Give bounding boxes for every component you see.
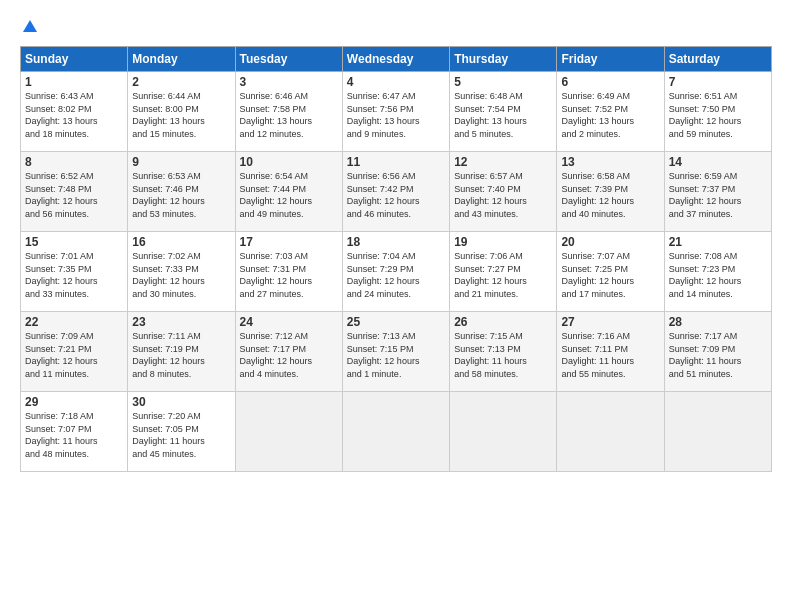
day-info: Sunrise: 6:54 AM Sunset: 7:44 PM Dayligh… [240,170,338,220]
day-info: Sunrise: 7:03 AM Sunset: 7:31 PM Dayligh… [240,250,338,300]
day-number: 28 [669,315,767,329]
calendar-cell: 17Sunrise: 7:03 AM Sunset: 7:31 PM Dayli… [235,232,342,312]
day-info: Sunrise: 6:46 AM Sunset: 7:58 PM Dayligh… [240,90,338,140]
calendar-cell: 7Sunrise: 6:51 AM Sunset: 7:50 PM Daylig… [664,72,771,152]
calendar-header-saturday: Saturday [664,47,771,72]
calendar-cell: 23Sunrise: 7:11 AM Sunset: 7:19 PM Dayli… [128,312,235,392]
calendar-header-sunday: Sunday [21,47,128,72]
calendar-header-monday: Monday [128,47,235,72]
day-info: Sunrise: 6:57 AM Sunset: 7:40 PM Dayligh… [454,170,552,220]
logo [20,18,40,36]
calendar-week-row: 1Sunrise: 6:43 AM Sunset: 8:02 PM Daylig… [21,72,772,152]
day-info: Sunrise: 6:51 AM Sunset: 7:50 PM Dayligh… [669,90,767,140]
day-number: 11 [347,155,445,169]
calendar-header-wednesday: Wednesday [342,47,449,72]
calendar-cell: 15Sunrise: 7:01 AM Sunset: 7:35 PM Dayli… [21,232,128,312]
calendar-cell: 30Sunrise: 7:20 AM Sunset: 7:05 PM Dayli… [128,392,235,472]
day-number: 12 [454,155,552,169]
day-number: 16 [132,235,230,249]
day-number: 18 [347,235,445,249]
calendar-header-tuesday: Tuesday [235,47,342,72]
day-info: Sunrise: 7:16 AM Sunset: 7:11 PM Dayligh… [561,330,659,380]
day-number: 17 [240,235,338,249]
calendar-header-row: SundayMondayTuesdayWednesdayThursdayFrid… [21,47,772,72]
day-number: 24 [240,315,338,329]
day-number: 22 [25,315,123,329]
calendar-cell: 6Sunrise: 6:49 AM Sunset: 7:52 PM Daylig… [557,72,664,152]
day-number: 9 [132,155,230,169]
day-number: 7 [669,75,767,89]
calendar-table: SundayMondayTuesdayWednesdayThursdayFrid… [20,46,772,472]
calendar-cell [450,392,557,472]
day-info: Sunrise: 6:59 AM Sunset: 7:37 PM Dayligh… [669,170,767,220]
day-info: Sunrise: 7:08 AM Sunset: 7:23 PM Dayligh… [669,250,767,300]
day-info: Sunrise: 7:01 AM Sunset: 7:35 PM Dayligh… [25,250,123,300]
calendar-week-row: 22Sunrise: 7:09 AM Sunset: 7:21 PM Dayli… [21,312,772,392]
calendar-cell: 9Sunrise: 6:53 AM Sunset: 7:46 PM Daylig… [128,152,235,232]
calendar-cell [342,392,449,472]
day-number: 10 [240,155,338,169]
day-number: 4 [347,75,445,89]
day-info: Sunrise: 6:52 AM Sunset: 7:48 PM Dayligh… [25,170,123,220]
calendar-cell: 8Sunrise: 6:52 AM Sunset: 7:48 PM Daylig… [21,152,128,232]
day-info: Sunrise: 7:02 AM Sunset: 7:33 PM Dayligh… [132,250,230,300]
day-number: 25 [347,315,445,329]
calendar-header-friday: Friday [557,47,664,72]
calendar-cell: 11Sunrise: 6:56 AM Sunset: 7:42 PM Dayli… [342,152,449,232]
day-info: Sunrise: 7:04 AM Sunset: 7:29 PM Dayligh… [347,250,445,300]
day-number: 29 [25,395,123,409]
day-info: Sunrise: 6:58 AM Sunset: 7:39 PM Dayligh… [561,170,659,220]
day-info: Sunrise: 7:13 AM Sunset: 7:15 PM Dayligh… [347,330,445,380]
calendar-cell: 24Sunrise: 7:12 AM Sunset: 7:17 PM Dayli… [235,312,342,392]
day-number: 8 [25,155,123,169]
calendar-cell: 22Sunrise: 7:09 AM Sunset: 7:21 PM Dayli… [21,312,128,392]
day-number: 19 [454,235,552,249]
calendar-cell: 18Sunrise: 7:04 AM Sunset: 7:29 PM Dayli… [342,232,449,312]
day-info: Sunrise: 6:49 AM Sunset: 7:52 PM Dayligh… [561,90,659,140]
calendar-cell: 5Sunrise: 6:48 AM Sunset: 7:54 PM Daylig… [450,72,557,152]
logo-icon [21,18,39,36]
header [20,18,772,36]
day-info: Sunrise: 7:20 AM Sunset: 7:05 PM Dayligh… [132,410,230,460]
calendar-cell: 19Sunrise: 7:06 AM Sunset: 7:27 PM Dayli… [450,232,557,312]
page: SundayMondayTuesdayWednesdayThursdayFrid… [0,0,792,612]
day-info: Sunrise: 7:06 AM Sunset: 7:27 PM Dayligh… [454,250,552,300]
day-number: 13 [561,155,659,169]
day-info: Sunrise: 7:09 AM Sunset: 7:21 PM Dayligh… [25,330,123,380]
day-info: Sunrise: 6:53 AM Sunset: 7:46 PM Dayligh… [132,170,230,220]
day-number: 5 [454,75,552,89]
day-number: 27 [561,315,659,329]
calendar-cell: 16Sunrise: 7:02 AM Sunset: 7:33 PM Dayli… [128,232,235,312]
calendar-header-thursday: Thursday [450,47,557,72]
calendar-cell: 26Sunrise: 7:15 AM Sunset: 7:13 PM Dayli… [450,312,557,392]
day-number: 20 [561,235,659,249]
calendar-cell [235,392,342,472]
calendar-cell: 3Sunrise: 6:46 AM Sunset: 7:58 PM Daylig… [235,72,342,152]
calendar-cell: 4Sunrise: 6:47 AM Sunset: 7:56 PM Daylig… [342,72,449,152]
calendar-cell: 13Sunrise: 6:58 AM Sunset: 7:39 PM Dayli… [557,152,664,232]
calendar-week-row: 29Sunrise: 7:18 AM Sunset: 7:07 PM Dayli… [21,392,772,472]
calendar-cell: 20Sunrise: 7:07 AM Sunset: 7:25 PM Dayli… [557,232,664,312]
day-number: 23 [132,315,230,329]
calendar-week-row: 8Sunrise: 6:52 AM Sunset: 7:48 PM Daylig… [21,152,772,232]
day-number: 30 [132,395,230,409]
calendar-cell: 27Sunrise: 7:16 AM Sunset: 7:11 PM Dayli… [557,312,664,392]
day-info: Sunrise: 7:11 AM Sunset: 7:19 PM Dayligh… [132,330,230,380]
day-info: Sunrise: 6:47 AM Sunset: 7:56 PM Dayligh… [347,90,445,140]
calendar-week-row: 15Sunrise: 7:01 AM Sunset: 7:35 PM Dayli… [21,232,772,312]
calendar-cell: 25Sunrise: 7:13 AM Sunset: 7:15 PM Dayli… [342,312,449,392]
day-info: Sunrise: 7:17 AM Sunset: 7:09 PM Dayligh… [669,330,767,380]
day-info: Sunrise: 7:12 AM Sunset: 7:17 PM Dayligh… [240,330,338,380]
day-number: 14 [669,155,767,169]
svg-marker-0 [23,20,37,32]
day-number: 2 [132,75,230,89]
day-number: 6 [561,75,659,89]
calendar-cell: 28Sunrise: 7:17 AM Sunset: 7:09 PM Dayli… [664,312,771,392]
day-number: 3 [240,75,338,89]
day-info: Sunrise: 6:48 AM Sunset: 7:54 PM Dayligh… [454,90,552,140]
day-number: 1 [25,75,123,89]
day-info: Sunrise: 7:15 AM Sunset: 7:13 PM Dayligh… [454,330,552,380]
day-number: 21 [669,235,767,249]
calendar-cell: 12Sunrise: 6:57 AM Sunset: 7:40 PM Dayli… [450,152,557,232]
calendar-cell: 1Sunrise: 6:43 AM Sunset: 8:02 PM Daylig… [21,72,128,152]
